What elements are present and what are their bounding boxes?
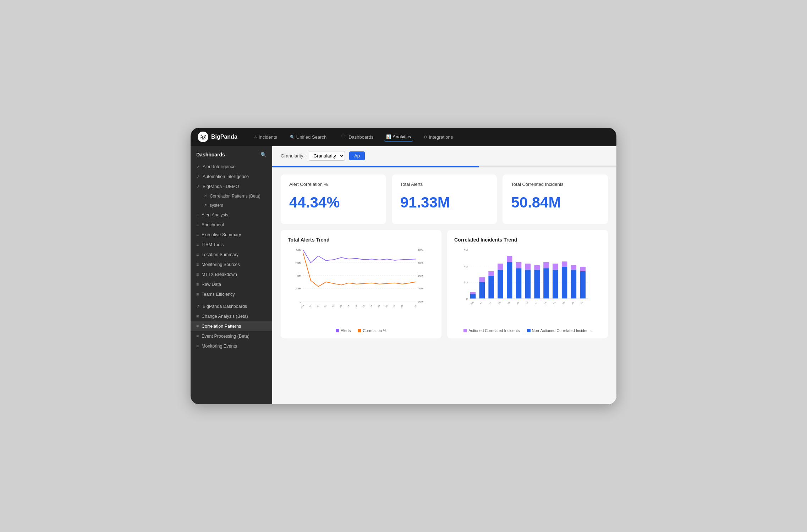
svg-rect-62 — [580, 271, 585, 299]
app-frame: 🐼 BigPanda ⚠ Incidents 🔍 Unified Search … — [191, 128, 616, 404]
grid-icon: ⋮⋮ — [339, 135, 347, 139]
sidebar-item-monitoring-events[interactable]: ≡ Monitoring Events — [191, 341, 272, 351]
sidebar-item-itsm-tools-label: ITSM Tools — [202, 242, 224, 247]
nav-dashboards[interactable]: ⋮⋮ Dashboards — [337, 133, 375, 141]
sidebar-item-executive-summary-label: Executive Summary — [202, 232, 241, 237]
sidebar-item-monitoring-sources-label: Monitoring Sources — [202, 262, 240, 267]
list-icon: ≡ — [196, 334, 199, 339]
sidebar-item-location-summary-label: Location Summary — [202, 252, 238, 257]
metric-value-alert-correlation: 44.34% — [289, 194, 378, 211]
svg-text:20: 20 — [339, 304, 342, 307]
svg-text:2M: 2M — [464, 281, 468, 284]
legend-label-actioned: Actioned Correlated Incidents — [468, 328, 520, 333]
sidebar-item-automation-intelligence[interactable]: ↗ Automation Intelligence — [191, 172, 272, 182]
chart-total-alerts-trend-title: Total Alerts Trend — [288, 237, 434, 243]
chart-total-alerts-trend-area: 10M 7.5M 5M 2.5M 0 70% 60% 50% 40% 30% — [288, 247, 434, 325]
sidebar-item-executive-summary[interactable]: ≡ Executive Summary — [191, 230, 272, 240]
svg-rect-43 — [488, 271, 494, 276]
granularity-label: Granularity: — [281, 153, 304, 159]
sidebar-item-raw-data[interactable]: ≡ Raw Data — [191, 279, 272, 289]
sidebar-item-teams-efficiency-label: Teams Efficiency — [202, 292, 235, 297]
svg-rect-47 — [507, 256, 512, 262]
legend-actioned: Actioned Correlated Incidents — [463, 328, 520, 333]
list-icon: ≡ — [196, 314, 199, 319]
sidebar-item-teams-efficiency[interactable]: ≡ Teams Efficiency — [191, 289, 272, 299]
svg-rect-53 — [534, 265, 539, 270]
main-content: Granularity: Granularity Daily Weekly Ap… — [272, 146, 616, 404]
legend-dot-alerts — [336, 329, 339, 332]
chart-icon: 📊 — [386, 134, 391, 139]
sidebar-item-itsm-tools[interactable]: ≡ ITSM Tools — [191, 240, 272, 250]
legend-dot-correlation — [358, 329, 361, 332]
svg-text:16: 16 — [480, 301, 483, 305]
sidebar-item-alert-analysis[interactable]: ≡ Alert Analysis — [191, 210, 272, 220]
sidebar-item-change-analysis-beta[interactable]: ≡ Change Analysis (Beta) — [191, 311, 272, 321]
svg-text:18: 18 — [498, 301, 501, 305]
svg-rect-49 — [516, 262, 521, 268]
svg-text:22: 22 — [355, 304, 358, 307]
svg-text:16: 16 — [309, 304, 312, 307]
total-alerts-trend-legend: Alerts Correlation % — [288, 328, 434, 333]
list-icon: ≡ — [196, 272, 199, 277]
sidebar-item-mttx-breakdown[interactable]: ≡ MTTX Breakdown — [191, 270, 272, 279]
svg-text:40%: 40% — [418, 287, 424, 290]
svg-rect-61 — [571, 265, 576, 270]
sidebar-item-correlation-patterns[interactable]: ≡ Correlation Patterns — [191, 321, 272, 331]
sidebar-item-bigpanda-demo[interactable]: ↗ BigPanda - DEMO — [191, 182, 272, 192]
sidebar-subitem-correlation-patterns-beta[interactable]: ↗ Correlation Patterns (Beta) — [191, 192, 272, 201]
svg-rect-48 — [516, 268, 521, 298]
list-icon: ≡ — [196, 222, 199, 227]
svg-text:29: 29 — [414, 304, 417, 307]
nav-unified-search[interactable]: 🔍 Unified Search — [288, 133, 329, 141]
svg-text:28: 28 — [400, 304, 404, 307]
apply-button[interactable]: Ap — [349, 151, 365, 160]
svg-text:2.5M: 2.5M — [295, 287, 301, 290]
metrics-row: Alert Correlation % 44.34% Total Alerts … — [272, 167, 616, 224]
top-nav: 🐼 BigPanda ⚠ Incidents 🔍 Unified Search … — [191, 128, 616, 146]
charts-row: Total Alerts Trend 10M 7.5M — [272, 224, 616, 345]
sidebar-item-mttx-breakdown-label: MTTX Breakdown — [202, 272, 237, 277]
legend-dot-actioned — [463, 329, 467, 332]
sidebar-item-enrichment[interactable]: ≡ Enrichment — [191, 220, 272, 230]
svg-rect-58 — [562, 267, 567, 298]
brand-name: BigPanda — [211, 134, 237, 140]
svg-text:0: 0 — [300, 300, 301, 303]
gear-icon: ⚙ — [424, 135, 427, 139]
sidebar-subitem-system[interactable]: ↗ system — [191, 201, 272, 210]
list-icon: ≡ — [196, 242, 199, 247]
metric-title-total-alerts: Total Alerts — [400, 182, 489, 187]
legend-label-non-actioned: Non-Actioned Correlated Incidents — [532, 328, 592, 333]
svg-text:22: 22 — [534, 301, 538, 305]
link-out-icon: ↗ — [203, 194, 207, 199]
nav-analytics[interactable]: 📊 Analytics — [384, 133, 413, 142]
svg-rect-45 — [498, 264, 503, 270]
sidebar-item-alert-intelligence[interactable]: ↗ Alert Intelligence — [191, 162, 272, 172]
sidebar-subitem-system-label: system — [210, 203, 223, 208]
sidebar-item-event-processing-beta[interactable]: ≡ Event Processing (Beta) — [191, 331, 272, 341]
granularity-select[interactable]: Granularity Daily Weekly — [309, 151, 345, 161]
sidebar-item-enrichment-label: Enrichment — [202, 222, 224, 227]
svg-text:23: 23 — [544, 301, 547, 305]
sidebar-title: Dashboards — [196, 152, 225, 157]
svg-rect-59 — [562, 261, 567, 267]
svg-text:50%: 50% — [418, 274, 424, 277]
nav-integrations[interactable]: ⚙ Integrations — [422, 133, 455, 141]
search-icon: 🔍 — [290, 135, 295, 139]
legend-non-actioned: Non-Actioned Correlated Incidents — [527, 328, 592, 333]
brand-logo[interactable]: 🐼 BigPanda — [198, 132, 237, 142]
brand-icon: 🐼 — [198, 132, 208, 142]
sidebar-item-monitoring-sources[interactable]: ≡ Monitoring Sources — [191, 260, 272, 270]
sidebar-item-raw-data-label: Raw Data — [202, 282, 221, 287]
svg-text:19: 19 — [507, 301, 510, 305]
sidebar-item-location-summary[interactable]: ≡ Location Summary — [191, 250, 272, 260]
sidebar-item-bigpanda-dashboards-group[interactable]: ↗ BigPanda Dashboards — [191, 301, 272, 311]
svg-text:0: 0 — [466, 297, 468, 300]
sidebar-search-icon[interactable]: 🔍 — [260, 152, 267, 157]
total-alerts-trend-svg: 10M 7.5M 5M 2.5M 0 70% 60% 50% 40% 30% — [288, 247, 434, 308]
chart-total-alerts-trend: Total Alerts Trend 10M 7.5M — [281, 230, 441, 338]
chart-correlated-incidents-trend: Correlated Incidents Trend 6M 4M 2M — [447, 230, 608, 338]
nav-incidents[interactable]: ⚠ Incidents — [252, 133, 279, 141]
link-out-icon: ↗ — [196, 304, 200, 309]
svg-text:23: 23 — [362, 304, 365, 307]
svg-text:30%: 30% — [418, 300, 424, 303]
